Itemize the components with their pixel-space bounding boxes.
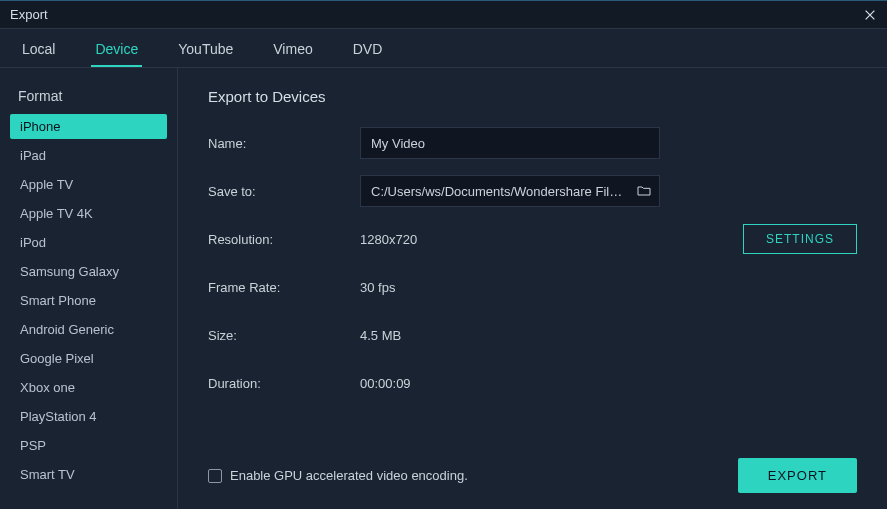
format-item[interactable]: iPod <box>10 230 167 255</box>
format-item[interactable]: Smart Phone <box>10 288 167 313</box>
checkbox-icon <box>208 469 222 483</box>
format-item[interactable]: Google Pixel <box>10 346 167 371</box>
tab-youtube[interactable]: YouTube <box>174 35 237 67</box>
format-item[interactable]: Xbox one <box>10 375 167 400</box>
tab-vimeo[interactable]: Vimeo <box>269 35 316 67</box>
format-item[interactable]: iPad <box>10 143 167 168</box>
gpu-checkbox-label: Enable GPU accelerated video encoding. <box>230 468 468 483</box>
format-item[interactable]: PSP <box>10 433 167 458</box>
main-panel: Export to Devices Name: Save to: Resolut… <box>178 68 887 509</box>
tab-bar: LocalDeviceYouTubeVimeoDVD <box>0 29 887 68</box>
window-title: Export <box>10 7 48 22</box>
format-item[interactable]: Apple TV <box>10 172 167 197</box>
titlebar: Export <box>0 1 887 29</box>
tab-device[interactable]: Device <box>91 35 142 67</box>
save-to-label: Save to: <box>208 184 360 199</box>
tab-local[interactable]: Local <box>18 35 59 67</box>
duration-label: Duration: <box>208 376 360 391</box>
name-input[interactable] <box>360 127 660 159</box>
save-to-input[interactable] <box>360 175 660 207</box>
duration-value: 00:00:09 <box>360 376 411 391</box>
format-item[interactable]: Samsung Galaxy <box>10 259 167 284</box>
frame-rate-label: Frame Rate: <box>208 280 360 295</box>
folder-icon[interactable] <box>636 183 652 199</box>
tab-dvd[interactable]: DVD <box>349 35 387 67</box>
format-list: iPhoneiPadApple TVApple TV 4KiPodSamsung… <box>10 114 167 487</box>
frame-rate-value: 30 fps <box>360 280 395 295</box>
size-label: Size: <box>208 328 360 343</box>
name-label: Name: <box>208 136 360 151</box>
export-dialog: Export LocalDeviceYouTubeVimeoDVD Format… <box>0 0 887 509</box>
main-heading: Export to Devices <box>208 88 857 105</box>
resolution-label: Resolution: <box>208 232 360 247</box>
size-value: 4.5 MB <box>360 328 401 343</box>
sidebar-heading: Format <box>10 82 167 114</box>
format-item[interactable]: PlayStation 4 <box>10 404 167 429</box>
gpu-checkbox[interactable]: Enable GPU accelerated video encoding. <box>208 468 468 483</box>
export-button[interactable]: EXPORT <box>738 458 857 493</box>
resolution-value: 1280x720 <box>360 232 417 247</box>
format-item[interactable]: Smart TV <box>10 462 167 487</box>
format-item[interactable]: Android Generic <box>10 317 167 342</box>
settings-button[interactable]: SETTINGS <box>743 224 857 254</box>
sidebar: Format iPhoneiPadApple TVApple TV 4KiPod… <box>0 68 178 509</box>
close-icon[interactable] <box>863 8 877 22</box>
format-item[interactable]: Apple TV 4K <box>10 201 167 226</box>
format-item[interactable]: iPhone <box>10 114 167 139</box>
